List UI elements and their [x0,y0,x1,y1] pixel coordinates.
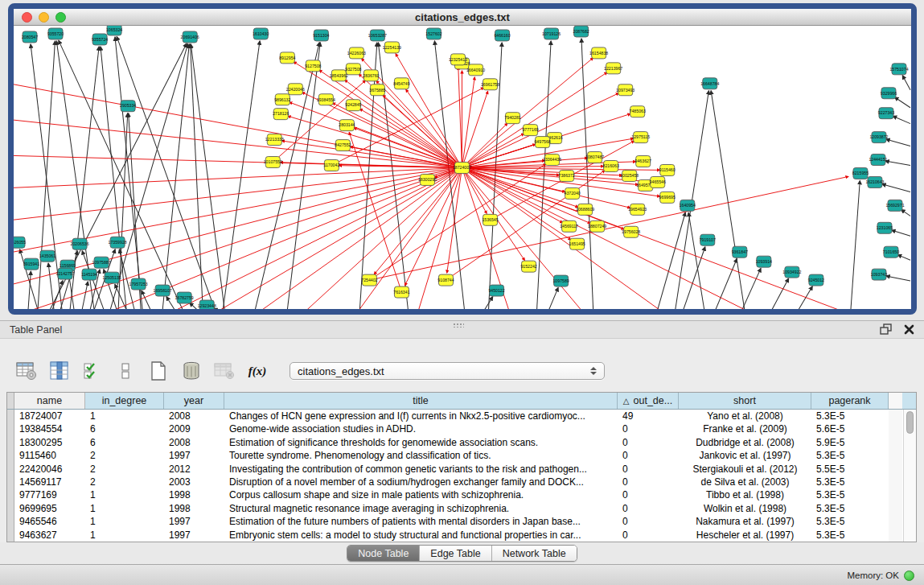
table-cell[interactable]: 1997 [164,529,224,542]
table-cell[interactable]: 14569117 [14,476,85,488]
table-cell[interactable]: Investigating the contribution of common… [224,463,618,476]
row-options-icon[interactable] [113,360,138,382]
table-cell[interactable]: 5.5E-5 [811,463,889,476]
column-header-title[interactable]: title [224,393,618,409]
float-panel-icon[interactable] [880,323,893,336]
table-cell[interactable]: 5.3E-5 [811,515,889,528]
table-mode-icon[interactable] [14,360,39,382]
table-cell[interactable]: 9463627 [14,529,85,542]
close-window-icon[interactable] [22,12,32,23]
table-cell[interactable]: 2 [85,449,164,462]
table-cell[interactable]: Disruption of a novel member of a sodium… [224,476,618,488]
table-cell[interactable]: 9699695 [14,502,85,515]
table-cell[interactable]: Structural magnetic resonance image aver… [224,502,618,515]
zoom-window-icon[interactable] [55,12,66,23]
table-cell[interactable]: Nakamura et al. (1997) [679,515,811,528]
table-cell[interactable]: Dudbridge et al. (2008) [679,436,811,449]
table-cell[interactable]: 9777169 [14,488,85,501]
table-cell[interactable]: 2012 [164,463,224,476]
table-cell[interactable]: Franke et al. (2009) [679,422,811,435]
table-cell[interactable]: 5.9E-5 [811,436,889,449]
table-cell[interactable]: 22420046 [14,463,85,476]
network-graph[interactable]: 1872400718300295891295491275081422606312… [14,26,911,309]
table-cell[interactable]: 1 [85,515,164,528]
table-cell[interactable]: Embryonic stem cells: a model to study s… [224,529,618,542]
table-cell[interactable]: 9465546 [14,515,85,528]
table-cell[interactable]: Estimation of significance thresholds fo… [224,436,618,449]
table-cell[interactable]: 1998 [164,502,224,515]
table-row[interactable]: 1830029562008Estimation of significance … [7,436,916,449]
table-row[interactable]: 1938455462009Genome-wide association stu… [7,422,916,435]
table-cell[interactable]: 0 [618,488,679,501]
table-cell[interactable]: Corpus callosum shape and size in male p… [224,488,618,501]
table-cell[interactable]: 18724007 [14,410,85,422]
table-selector-dropdown[interactable]: citations_edges.txt [290,362,605,380]
table-cell[interactable]: Estimation of the future numbers of pati… [224,515,618,528]
table-row[interactable]: 911546021997Tourette syndrome. Phenomeno… [7,449,916,462]
table-cell[interactable]: 5.3E-5 [811,476,889,488]
table-cell[interactable]: 1 [85,529,164,542]
table-cell[interactable]: Changes of HCN gene expression and I(f) … [224,410,618,422]
table-cell[interactable]: 1997 [164,449,224,462]
table-cell[interactable]: Hescheler et al. (1997) [679,529,811,542]
split-pane-grip[interactable] [453,323,464,328]
table-cell[interactable]: 0 [618,515,679,528]
table-cell[interactable]: 19384554 [14,422,85,435]
table-cell[interactable]: 18300295 [14,436,85,449]
delete-column-icon[interactable] [179,360,203,382]
table-cell[interactable]: 5.3E-5 [811,449,889,462]
table-cell[interactable]: Genome-wide association studies in ADHD. [224,422,618,435]
table-cell[interactable]: 2008 [164,436,224,449]
table-cell[interactable]: Wolkin et al. (1998) [679,502,811,515]
table-cell[interactable]: 9115460 [14,449,85,462]
column-header-name[interactable]: name [14,393,85,409]
column-select-icon[interactable] [47,360,72,382]
table-cell[interactable]: 5.3E-5 [811,529,889,542]
show-columns-icon[interactable] [80,360,105,382]
table-row[interactable]: 946362711997Embryonic stem cells: a mode… [7,529,916,542]
function-builder-icon[interactable]: f(x) [245,360,269,382]
table-cell[interactable]: 5.3E-5 [811,410,889,422]
table-row[interactable]: 977716911998Corpus callosum shape and si… [7,488,916,501]
memory-status-dot[interactable] [904,571,914,581]
table-cell[interactable]: 1998 [164,488,224,501]
table-row[interactable]: 946554611997Estimation of the future num… [7,515,916,528]
column-header-pagerank[interactable]: pagerank [811,393,889,409]
column-header-in-degree[interactable]: in_degree [85,393,164,409]
table-cell[interactable]: 6 [85,436,164,449]
table-cell[interactable]: 1 [85,410,164,422]
table-cell[interactable]: 0 [618,463,679,476]
table-cell[interactable]: 1 [85,502,164,515]
table-cell[interactable]: 0 [618,502,679,515]
table-cell[interactable]: 2009 [164,422,224,435]
table-row[interactable]: 969969511998Structural magnetic resonanc… [7,502,916,515]
table-row[interactable]: 1456911722003Disruption of a novel membe… [7,476,916,488]
table-cell[interactable]: Yano et al. (2008) [679,410,811,422]
column-header-short[interactable]: short [679,393,811,409]
table-row[interactable]: 1872400712008Changes of HCN gene express… [7,410,916,422]
table-cell[interactable]: 0 [618,529,679,542]
table-cell[interactable]: 2008 [164,410,224,422]
table-cell[interactable]: Tibbo et al. (1998) [679,488,811,501]
tab-edge-table[interactable]: Edge Table [419,546,491,561]
close-panel-icon[interactable] [904,324,914,335]
table-row[interactable]: 2242004622012Investigating the contribut… [7,463,916,476]
table-cell[interactable]: 2 [85,476,164,488]
table-cell[interactable]: 5.3E-5 [811,502,889,515]
tab-network-table[interactable]: Network Table [491,546,577,561]
table-cell[interactable]: 0 [618,436,679,449]
table-cell[interactable]: 1997 [164,515,224,528]
network-canvas[interactable]: 1872400718300295891295491275081422606312… [14,26,911,309]
window-titlebar[interactable]: citations_edges.txt [14,9,911,26]
table-cell[interactable]: Stergiakouli et al. (2012) [679,463,811,476]
table-cell[interactable]: 0 [618,449,679,462]
scrollbar-thumb[interactable] [906,411,914,434]
table-vertical-scrollbar[interactable] [903,410,916,542]
table-cell[interactable]: 0 [618,422,679,435]
table-cell[interactable]: 6 [85,422,164,435]
column-header-year[interactable]: year [164,393,224,409]
table-cell[interactable]: 0 [618,476,679,488]
tab-node-table[interactable]: Node Table [347,546,419,561]
table-cell[interactable]: 1 [85,488,164,501]
create-column-icon[interactable] [146,360,170,382]
